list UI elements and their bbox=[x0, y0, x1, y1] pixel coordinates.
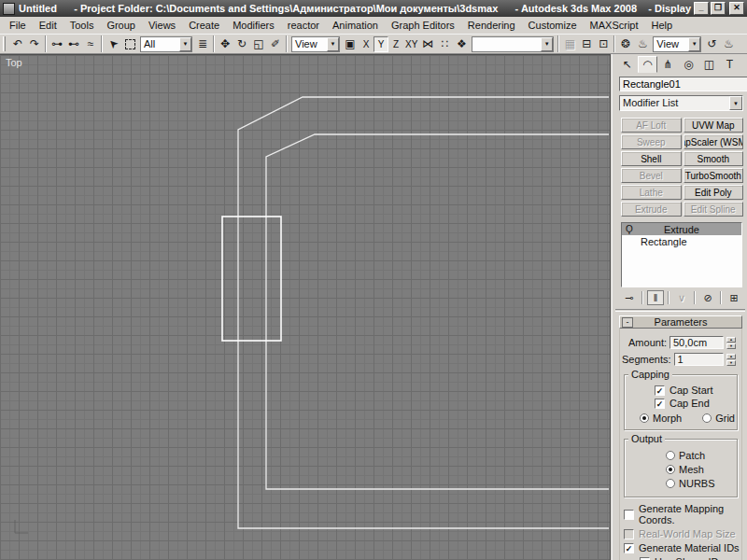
modifier-button-apscaler-wsm[interactable]: apScaler (WSM bbox=[684, 134, 744, 149]
modifier-button-extrude[interactable]: Extrude bbox=[621, 202, 682, 217]
modifier-button-edit-spline[interactable]: Edit Spline bbox=[684, 202, 744, 217]
modifier-button-bevel[interactable]: Bevel bbox=[621, 168, 682, 183]
radio-icon[interactable] bbox=[640, 413, 649, 423]
radio-morph[interactable]: Morph bbox=[640, 413, 682, 424]
menu-customize[interactable]: Customize bbox=[522, 18, 584, 33]
menu-group[interactable]: Group bbox=[100, 18, 142, 33]
amount-field[interactable]: 50,0cm bbox=[669, 336, 724, 349]
layer-manager-icon[interactable]: ❖ bbox=[453, 35, 470, 52]
check-cap-end[interactable]: ✓Cap End bbox=[655, 398, 735, 409]
modifier-button-uvw-map[interactable]: UVW Map bbox=[684, 118, 744, 133]
menu-views[interactable]: Views bbox=[142, 18, 182, 33]
top-viewport[interactable]: Top bbox=[0, 54, 611, 560]
reference-coordinate-combo[interactable]: View▼ bbox=[291, 36, 340, 52]
modifier-stack-list[interactable]: ϘExtrudeRectangle bbox=[621, 222, 742, 287]
minimize-button[interactable]: _ bbox=[694, 2, 709, 15]
axis-xy-button[interactable]: XY bbox=[403, 36, 419, 52]
segments-field[interactable]: 1 bbox=[674, 353, 724, 366]
curve-editor-icon[interactable]: ⊟ bbox=[578, 35, 595, 52]
pin-stack-icon[interactable]: ⊸ bbox=[621, 290, 638, 305]
axis-z-button[interactable]: Z bbox=[388, 36, 403, 52]
selection-filter-combo[interactable]: All▼ bbox=[140, 36, 192, 52]
stack-item-extrude[interactable]: ϘExtrude bbox=[622, 223, 741, 235]
modifier-button-smooth[interactable]: Smooth bbox=[684, 151, 744, 166]
menu-reactor[interactable]: reactor bbox=[281, 18, 326, 33]
select-and-rotate-icon[interactable]: ↻ bbox=[233, 35, 250, 52]
viewport-label[interactable]: Top bbox=[6, 57, 22, 68]
spinner-down-icon[interactable]: ▼ bbox=[726, 343, 736, 349]
select-and-move-icon[interactable]: ✥ bbox=[217, 35, 233, 52]
checkbox-icon[interactable] bbox=[640, 557, 650, 560]
configure-modifier-sets-icon[interactable]: ⊞ bbox=[726, 290, 742, 305]
chevron-down-icon[interactable]: ▼ bbox=[688, 37, 700, 51]
radio-nurbs[interactable]: NURBS bbox=[666, 478, 715, 489]
check-use-shape-ids[interactable]: Use Shape IDs bbox=[640, 556, 740, 560]
checkbox-icon[interactable]: ✓ bbox=[655, 385, 665, 396]
show-end-result-icon[interactable]: ‖ bbox=[647, 290, 664, 305]
check-generate-material-ids[interactable]: ✓Generate Material IDs bbox=[624, 542, 740, 553]
modifier-list-dropdown[interactable]: Modifier List ▼ bbox=[619, 95, 743, 111]
viewport-canvas[interactable] bbox=[0, 55, 609, 559]
tab-modify[interactable]: ◠ bbox=[638, 56, 657, 73]
check-cap-start[interactable]: ✓Cap Start bbox=[655, 385, 735, 396]
select-and-manipulate-icon[interactable]: ✐ bbox=[267, 35, 284, 52]
quick-render-icon[interactable]: ↺ bbox=[703, 35, 720, 52]
named-selection-sets-combo[interactable]: ▼ bbox=[472, 36, 554, 52]
checkbox-icon[interactable]: ✓ bbox=[655, 399, 665, 409]
check-real-world-map-size[interactable]: Real-World Map Size bbox=[624, 528, 740, 539]
tab-hierarchy[interactable]: ⋔ bbox=[658, 56, 678, 73]
rectangle01-shape[interactable] bbox=[222, 217, 281, 341]
chevron-down-icon[interactable]: ▼ bbox=[541, 37, 553, 51]
menu-maxscript[interactable]: MAXScript bbox=[584, 18, 645, 33]
radio-icon[interactable] bbox=[666, 479, 675, 488]
scene-explorer-icon[interactable]: ▦ bbox=[561, 35, 578, 52]
axis-y-button[interactable]: Y bbox=[374, 36, 388, 52]
bind-to-spacewarp-icon[interactable]: ≈ bbox=[82, 35, 99, 52]
select-by-name-icon[interactable]: ≣ bbox=[194, 35, 211, 52]
radio-patch[interactable]: Patch bbox=[666, 450, 705, 461]
make-unique-icon[interactable]: ∨ bbox=[673, 290, 690, 305]
modifier-button-turbosmooth[interactable]: TurboSmooth bbox=[684, 168, 744, 183]
menu-help[interactable]: Help bbox=[645, 18, 680, 33]
mirror-icon[interactable]: ⋈ bbox=[419, 35, 436, 52]
stack-item-rectangle[interactable]: Rectangle bbox=[622, 235, 741, 247]
modifier-button-edit-poly[interactable]: Edit Poly bbox=[684, 185, 744, 200]
redo-icon[interactable]: ↷ bbox=[26, 35, 43, 52]
align-icon[interactable]: ∷ bbox=[436, 35, 453, 52]
undo-icon[interactable]: ↶ bbox=[9, 35, 26, 52]
chevron-down-icon[interactable]: ▼ bbox=[327, 37, 339, 51]
checkbox-icon[interactable] bbox=[624, 529, 634, 539]
spinner-down-icon[interactable]: ▼ bbox=[726, 360, 736, 366]
radio-grid[interactable]: Grid bbox=[702, 413, 735, 424]
menu-rendering[interactable]: Rendering bbox=[461, 18, 522, 33]
render-type-combo[interactable]: View▼ bbox=[653, 36, 701, 52]
axis-x-button[interactable]: X bbox=[359, 36, 374, 52]
check-generate-mapping-coords[interactable]: Generate Mapping Coords. bbox=[624, 503, 740, 525]
schematic-view-icon[interactable]: ⊡ bbox=[595, 35, 612, 52]
rollout-collapse-button[interactable]: - bbox=[622, 317, 633, 328]
object-name-field[interactable] bbox=[619, 77, 747, 91]
menu-tools[interactable]: Tools bbox=[63, 18, 101, 33]
modifier-button-af-loft[interactable]: AF Loft bbox=[621, 118, 682, 133]
unlink-selection-icon[interactable]: ⊷ bbox=[65, 35, 82, 52]
radio-mesh[interactable]: Mesh bbox=[666, 464, 704, 475]
menu-animation[interactable]: Animation bbox=[326, 18, 385, 33]
close-button[interactable]: ✕ bbox=[729, 2, 744, 15]
menu-file[interactable]: File bbox=[3, 18, 33, 33]
tab-motion[interactable]: ◎ bbox=[679, 56, 698, 73]
menu-create[interactable]: Create bbox=[182, 18, 226, 33]
chevron-down-icon[interactable]: ▼ bbox=[179, 37, 191, 51]
radio-icon[interactable] bbox=[666, 451, 675, 460]
menu-modifiers[interactable]: Modifiers bbox=[226, 18, 281, 33]
parameters-rollout-header[interactable]: - Parameters bbox=[619, 315, 742, 329]
modifier-button-lathe[interactable]: Lathe bbox=[621, 185, 682, 200]
checkbox-icon[interactable]: ✓ bbox=[624, 543, 634, 553]
tab-create[interactable]: ↖ bbox=[617, 56, 637, 73]
chevron-down-icon[interactable]: ▼ bbox=[729, 96, 742, 110]
menu-graph-editors[interactable]: Graph Editors bbox=[385, 18, 461, 33]
modifier-button-sweep[interactable]: Sweep bbox=[621, 134, 682, 149]
spinner-up-icon[interactable]: ▲ bbox=[726, 354, 736, 359]
tab-utilities[interactable]: T bbox=[720, 56, 740, 73]
remove-modifier-icon[interactable]: ⊘ bbox=[699, 290, 716, 305]
select-and-link-icon[interactable]: ⊶ bbox=[49, 35, 65, 52]
